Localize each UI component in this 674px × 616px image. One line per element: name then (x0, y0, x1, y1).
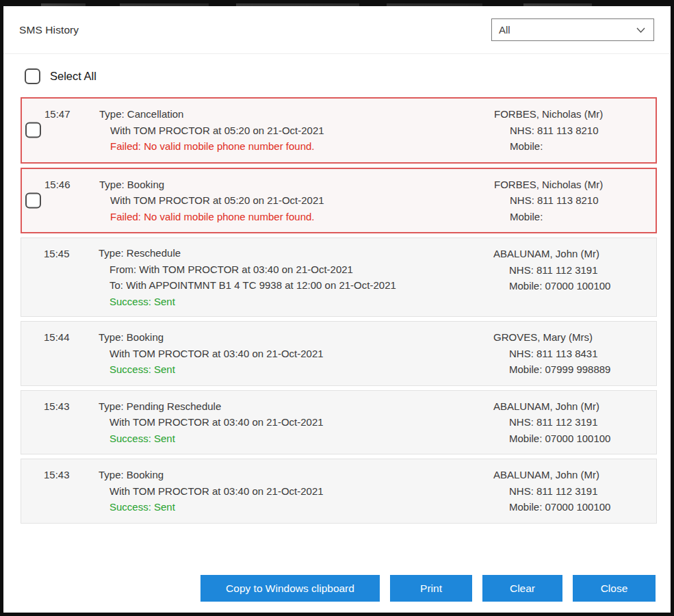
print-button[interactable]: Print (390, 575, 472, 602)
sms-row-5[interactable]: 15:43 Type: Pending Reschedule With TOM … (21, 390, 657, 455)
row-status: Success: Sent (109, 294, 656, 310)
select-all-label: Select All (50, 70, 96, 83)
row-checkbox[interactable] (25, 192, 41, 208)
patient-info: GROVES, Mary (Mrs) NHS: 811 113 8431 Mob… (493, 329, 610, 378)
select-all-checkbox[interactable] (25, 68, 40, 84)
filter-dropdown[interactable]: All (491, 18, 654, 41)
copy-to-clipboard-button[interactable]: Copy to Windows clipboard (200, 575, 380, 602)
patient-mobile: Mobile: 07000 100100 (509, 499, 610, 515)
patient-nhs: NHS: 811 112 3191 (509, 262, 610, 279)
patient-name: ABALUNAM, John (Mr) (493, 467, 610, 483)
patient-mobile: Mobile: 07000 100100 (509, 278, 610, 294)
row-time: 15:44 (44, 329, 70, 346)
row-checkbox[interactable] (25, 123, 41, 138)
row-time: 15:45 (44, 246, 70, 262)
patient-name: ABALUNAM, John (Mr) (493, 398, 610, 415)
row-time: 15:43 (44, 467, 70, 483)
patient-name: FORBES, Nicholas (Mr) (494, 177, 603, 193)
patient-mobile: Mobile: 07999 998889 (509, 361, 610, 378)
clear-button[interactable]: Clear (482, 575, 562, 602)
patient-nhs: NHS: 811 113 8210 (510, 123, 603, 139)
patient-name: FORBES, Nicholas (Mr) (494, 106, 603, 123)
select-all-control: Select All (25, 67, 671, 85)
sms-row-3[interactable]: 15:45 Type: Reschedule From: With TOM PR… (21, 238, 657, 317)
patient-nhs: NHS: 811 113 8431 (509, 346, 610, 362)
row-time: 15:47 (44, 106, 70, 123)
button-bar: Copy to Windows clipboard Print Clear Cl… (3, 575, 656, 602)
patient-name: GROVES, Mary (Mrs) (493, 329, 610, 346)
sms-row-2[interactable]: 15:46 Type: Booking With TOM PROCTOR at … (21, 168, 657, 234)
row-time: 15:46 (44, 177, 70, 193)
dialog-header: SMS History All (3, 6, 671, 54)
patient-info: FORBES, Nicholas (Mr) NHS: 811 113 8210 … (494, 106, 603, 155)
patient-nhs: NHS: 811 112 3191 (509, 483, 610, 500)
patient-info: ABALUNAM, John (Mr) NHS: 811 112 3191 Mo… (493, 398, 610, 447)
sms-row-4[interactable]: 15:44 Type: Booking With TOM PROCTOR at … (21, 321, 657, 386)
patient-mobile: Mobile: (510, 138, 603, 155)
patient-mobile: Mobile: 07000 100100 (509, 431, 610, 447)
filter-dropdown-value: All (499, 24, 510, 36)
sms-row-6[interactable]: 15:43 Type: Booking With TOM PROCTOR at … (21, 459, 657, 524)
patient-mobile: Mobile: (510, 209, 603, 225)
patient-name: ABALUNAM, John (Mr) (493, 246, 610, 262)
chevron-down-icon (636, 27, 645, 33)
patient-info: ABALUNAM, John (Mr) NHS: 811 112 3191 Mo… (493, 467, 610, 515)
close-button[interactable]: Close (573, 575, 656, 602)
patient-info: FORBES, Nicholas (Mr) NHS: 811 113 8210 … (494, 177, 603, 225)
sms-history-dialog: SMS History All Select All 15:47 Type: C… (0, 0, 674, 616)
page-title: SMS History (19, 24, 79, 36)
row-time: 15:43 (44, 398, 70, 415)
patient-info: ABALUNAM, John (Mr) NHS: 811 112 3191 Mo… (493, 246, 610, 294)
sms-row-1[interactable]: 15:47 Type: Cancellation With TOM PROCTO… (21, 97, 657, 164)
patient-nhs: NHS: 811 112 3191 (509, 414, 610, 431)
sms-list: 15:47 Type: Cancellation With TOM PROCTO… (21, 97, 653, 524)
patient-nhs: NHS: 811 113 8210 (510, 192, 603, 209)
